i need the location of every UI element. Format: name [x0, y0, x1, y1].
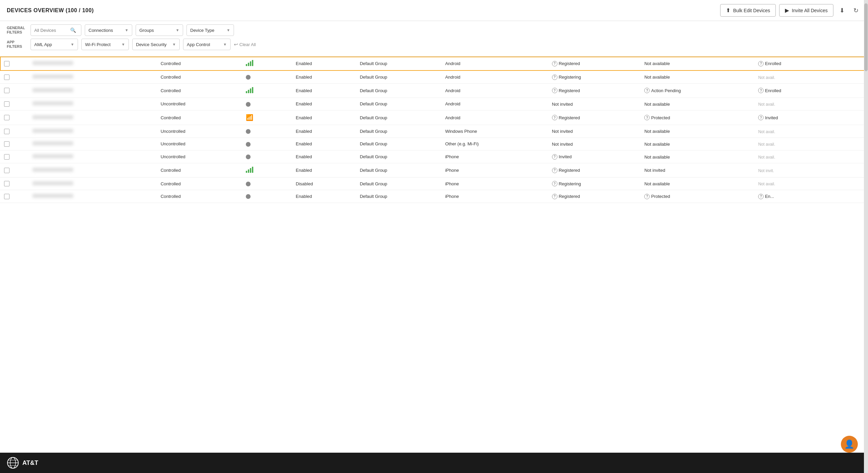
security-cell: Not available: [640, 57, 754, 71]
app-control-status: En...: [765, 194, 774, 199]
enrolled-cell: ?Registered: [548, 57, 640, 71]
device-type-cell: Other (e.g. Mi-Fi): [441, 138, 548, 150]
row-checkbox-cell: [0, 110, 28, 125]
signal-cell: [242, 177, 292, 190]
device-type-cell: iPhone: [441, 163, 548, 177]
group-name: Default Group: [360, 141, 387, 146]
enrolled-status: Registered: [559, 194, 580, 199]
row-checkbox-cell: [0, 163, 28, 177]
row-checkbox[interactable]: [4, 194, 9, 199]
row-checkbox[interactable]: [4, 61, 9, 66]
enrolled-cell: ?Registered: [548, 163, 640, 177]
app-control-cell: Not avail.: [754, 125, 868, 138]
top-bar: DEVICES OVERVIEW (100 / 100) ⬆ Bulk Edit…: [0, 0, 868, 21]
control-status: Controlled: [161, 181, 181, 186]
device-name-cell: [28, 163, 157, 177]
refresh-button[interactable]: ↻: [851, 5, 861, 16]
all-devices-input[interactable]: [34, 28, 68, 33]
question-icon: ?: [552, 168, 557, 173]
device-name-blurred: [33, 61, 73, 65]
group-cell: Default Group: [356, 150, 441, 163]
device-name-cell: [28, 150, 157, 163]
bulk-edit-button[interactable]: ⬆ Bulk Edit Devices: [720, 4, 776, 17]
row-checkbox-cell: [0, 150, 28, 163]
chevron-down-icon: ▼: [176, 28, 179, 32]
scrollbar-thumb[interactable]: [864, 3, 868, 71]
control-cell: Controlled: [157, 83, 242, 98]
row-checkbox[interactable]: [4, 168, 9, 173]
enabled-cell: Enabled: [292, 125, 356, 138]
invite-all-button[interactable]: ▶ Invite All Devices: [779, 4, 833, 17]
row-checkbox[interactable]: [4, 154, 9, 160]
enabled-status: Enabled: [296, 194, 312, 199]
security-status: Not available: [644, 61, 670, 66]
control-status: Uncontrolled: [161, 141, 185, 146]
enrolled-cell: ?Registered: [548, 110, 640, 125]
device-type-dropdown[interactable]: Device Type ▼: [186, 24, 234, 36]
device-name-cell: [28, 125, 157, 138]
app-control-status: Not avail.: [758, 155, 775, 159]
table-row: Controlled 📶 Enabled Default Group Andro…: [0, 110, 868, 125]
connections-dropdown[interactable]: Connections ▼: [85, 24, 132, 36]
enabled-status: Enabled: [296, 141, 312, 146]
enabled-status: Enabled: [296, 75, 312, 80]
chevron-down-icon: ▼: [125, 28, 129, 32]
group-cell: Default Group: [356, 163, 441, 177]
device-type-cell: Android: [441, 98, 548, 110]
question-icon: ?: [552, 194, 557, 199]
bulk-edit-label: Bulk Edit Devices: [733, 8, 770, 13]
download-button[interactable]: ⬇: [837, 5, 847, 16]
general-filters-row: GENERAL FILTERS 🔍 Connections ▼ Groups ▼…: [7, 24, 861, 36]
row-checkbox[interactable]: [4, 75, 9, 80]
device-type-cell: Android: [441, 57, 548, 71]
signal-dot-icon: [246, 194, 251, 199]
question-icon: ?: [552, 61, 557, 66]
control-status: Uncontrolled: [161, 129, 185, 134]
enabled-status: Enabled: [296, 168, 312, 173]
wifi-protect-dropdown[interactable]: Wi-Fi Protect ▼: [81, 39, 129, 50]
device-name-cell: [28, 110, 157, 125]
row-checkbox[interactable]: [4, 101, 9, 107]
row-checkbox[interactable]: [4, 129, 9, 134]
groups-dropdown[interactable]: Groups ▼: [136, 24, 183, 36]
app-control-dropdown[interactable]: App Control ▼: [183, 39, 231, 50]
row-checkbox[interactable]: [4, 181, 9, 186]
enabled-status: Enabled: [296, 61, 312, 66]
clear-all-button[interactable]: ↩ Clear All: [234, 42, 256, 47]
enabled-status: Enabled: [296, 88, 312, 93]
signal-cell: [242, 98, 292, 110]
device-type: iPhone: [445, 154, 459, 159]
chevron-down-icon: ▼: [172, 42, 176, 46]
enabled-cell: Enabled: [292, 138, 356, 150]
play-icon: ▶: [785, 7, 789, 14]
row-checkbox[interactable]: [4, 141, 9, 147]
chevron-down-icon: ▼: [223, 42, 227, 46]
enabled-cell: Enabled: [292, 83, 356, 98]
device-security-dropdown[interactable]: Device Security ▼: [132, 39, 180, 50]
row-checkbox[interactable]: [4, 88, 9, 93]
chevron-down-icon: ▼: [71, 42, 74, 46]
security-status: Not available: [644, 129, 670, 134]
connections-label: Connections: [88, 28, 113, 33]
control-status: Controlled: [161, 75, 181, 80]
control-status: Uncontrolled: [161, 101, 185, 106]
aml-app-dropdown[interactable]: AML App ▼: [31, 39, 78, 50]
app-control-status: Enrolled: [765, 61, 781, 66]
scrollbar-track[interactable]: [864, 0, 868, 473]
question-icon: ?: [758, 61, 764, 66]
app-control-status: Not avail.: [758, 142, 775, 147]
chat-avatar-button[interactable]: 👤: [841, 436, 858, 453]
signal-bars-icon: [246, 60, 253, 66]
enabled-status: Enabled: [296, 129, 312, 134]
device-name-cell: [28, 190, 157, 203]
row-checkbox-cell: [0, 71, 28, 84]
enabled-cell: Enabled: [292, 57, 356, 71]
all-devices-filter[interactable]: 🔍: [31, 24, 81, 36]
row-checkbox[interactable]: [4, 115, 9, 120]
enabled-cell: Enabled: [292, 163, 356, 177]
app-control-cell: Not avail.: [754, 150, 868, 163]
app-control-status: Not avail.: [758, 182, 775, 186]
group-name: Default Group: [360, 129, 387, 134]
device-type-cell: Android: [441, 71, 548, 84]
control-status: Controlled: [161, 194, 181, 199]
